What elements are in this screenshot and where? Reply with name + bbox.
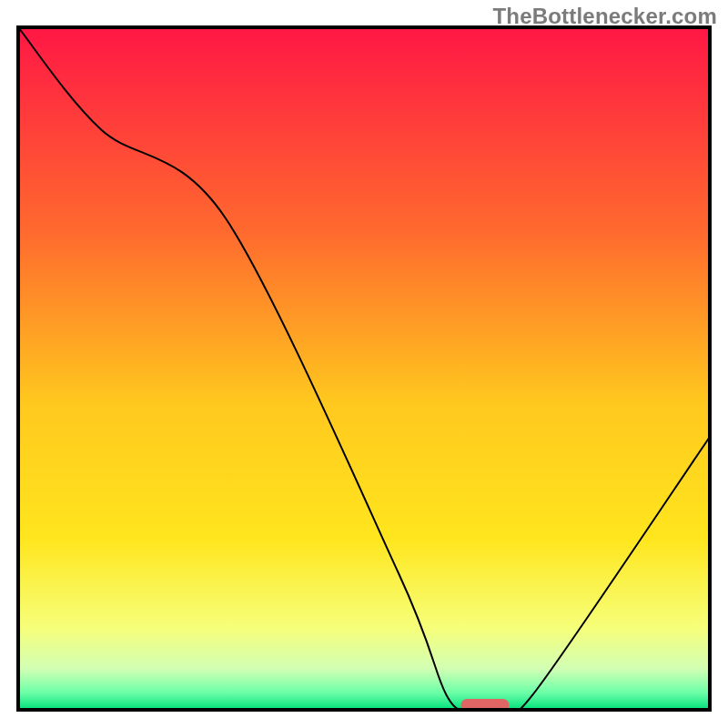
bottleneck-chart (0, 0, 728, 728)
gradient-background (18, 27, 710, 710)
chart-container: TheBottlenecker.com (0, 0, 728, 728)
watermark: TheBottlenecker.com (492, 4, 717, 29)
